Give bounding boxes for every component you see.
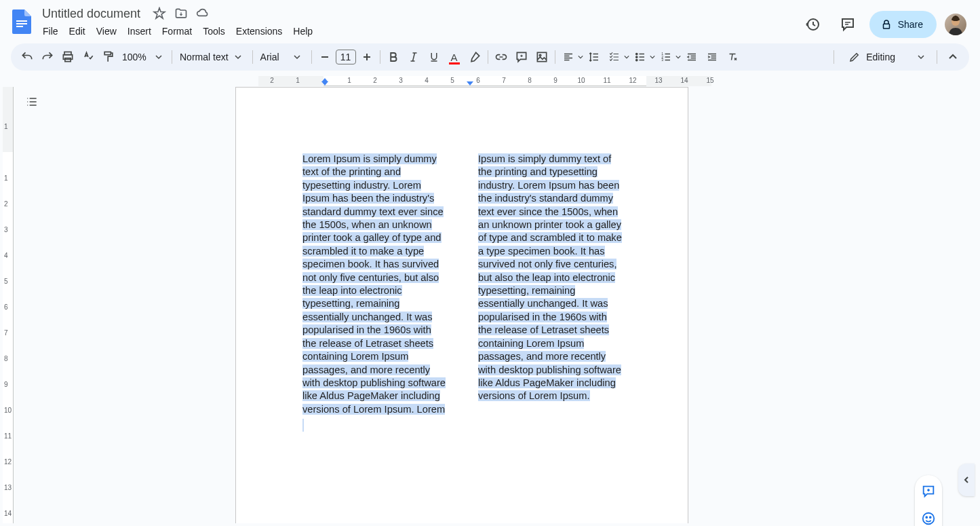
redo-button[interactable] <box>38 48 57 67</box>
menubar: File Edit View Insert Format Tools Exten… <box>38 22 799 41</box>
ruler-tick: 7 <box>502 77 506 84</box>
ruler-tick: 5 <box>4 278 8 285</box>
checklist-select[interactable] <box>605 48 629 67</box>
ruler-tick: 14 <box>680 77 688 84</box>
account-avatar[interactable] <box>945 14 966 35</box>
add-emoji-button[interactable] <box>915 505 942 526</box>
ruler-tick: 7 <box>4 329 8 337</box>
page-1[interactable]: Lorem Ipsum is simply dummy text of the … <box>235 87 688 523</box>
text-color-button[interactable]: A <box>445 48 464 67</box>
ruler-tick: 8 <box>528 77 532 84</box>
move-icon[interactable] <box>174 7 188 20</box>
paragraph-style-select[interactable]: Normal text <box>176 52 249 62</box>
svg-point-19 <box>926 516 927 518</box>
comment-actions-float <box>915 475 942 526</box>
comments-icon[interactable] <box>834 11 861 38</box>
chevron-down-icon <box>152 54 165 60</box>
font-size-input[interactable] <box>336 50 356 64</box>
chevron-down-icon <box>914 54 928 60</box>
ruler-tick: 14 <box>4 510 12 517</box>
ruler-tick: 2 <box>270 77 274 84</box>
svg-point-18 <box>923 513 935 525</box>
font-size-decrease[interactable] <box>315 48 334 67</box>
highlight-button[interactable] <box>465 48 484 67</box>
menu-format[interactable]: Format <box>157 24 197 38</box>
font-size-increase[interactable] <box>357 48 376 67</box>
menu-extensions[interactable]: Extensions <box>231 24 287 38</box>
version-history-icon[interactable] <box>799 11 826 38</box>
ruler-tick: 8 <box>4 355 8 362</box>
menu-tools[interactable]: Tools <box>198 24 230 38</box>
mode-label: Editing <box>866 52 895 62</box>
ruler-tick: 11 <box>603 77 610 84</box>
share-button[interactable]: Share <box>869 11 937 38</box>
vertical-ruler[interactable]: 112345678910111213141516 <box>3 87 14 523</box>
insert-image-button[interactable] <box>532 48 551 67</box>
body-col2-text: Ipsum is simply dummy text of the printi… <box>478 153 622 401</box>
outline-toggle-button[interactable] <box>21 91 43 113</box>
ruler-tick: 13 <box>4 484 12 491</box>
line-spacing-select[interactable] <box>585 48 604 67</box>
menu-help[interactable]: Help <box>288 24 317 38</box>
svg-rect-10 <box>537 52 546 61</box>
add-comment-button[interactable] <box>915 478 942 505</box>
document-title[interactable]: Untitled document <box>38 6 144 22</box>
cloud-status-icon[interactable] <box>196 7 210 20</box>
collapse-toolbar-button[interactable] <box>943 48 962 67</box>
ruler-tick: 1 <box>4 174 8 182</box>
insert-comment-button[interactable] <box>512 48 531 67</box>
star-icon[interactable] <box>153 7 166 20</box>
ruler-tick: 3 <box>4 226 8 233</box>
toolbar: 100% Normal text Arial A <box>11 43 969 71</box>
horizontal-ruler[interactable]: 21123456789101112131415 <box>26 76 965 87</box>
mode-select[interactable]: Editing <box>840 51 933 63</box>
ruler-tick: 12 <box>4 458 12 466</box>
left-indent-marker[interactable] <box>321 81 328 86</box>
align-select[interactable] <box>559 48 583 67</box>
right-indent-marker[interactable] <box>467 81 473 86</box>
indent-decrease-button[interactable] <box>682 48 701 67</box>
ruler-tick: 4 <box>4 252 8 259</box>
menu-view[interactable]: View <box>92 24 121 38</box>
chevron-down-icon <box>290 54 304 60</box>
undo-button[interactable] <box>18 48 37 67</box>
zoom-value: 100% <box>122 52 149 62</box>
italic-button[interactable] <box>404 48 423 67</box>
insert-link-button[interactable] <box>492 48 511 67</box>
font-select[interactable]: Arial <box>256 52 308 62</box>
style-value: Normal text <box>180 52 229 62</box>
ruler-tick: 13 <box>654 77 662 84</box>
menu-insert[interactable]: Insert <box>123 24 156 38</box>
chevron-down-icon <box>650 54 655 60</box>
document-scroll-area[interactable]: Lorem Ipsum is simply dummy text of the … <box>14 87 965 523</box>
indent-increase-button[interactable] <box>703 48 722 67</box>
zoom-select[interactable]: 100% <box>119 52 168 62</box>
menu-file[interactable]: File <box>38 24 63 38</box>
ruler-tick: 9 <box>553 77 557 84</box>
font-value: Arial <box>260 52 288 62</box>
ruler-tick: 9 <box>4 381 8 388</box>
ruler-tick: 11 <box>4 432 12 440</box>
paint-format-button[interactable] <box>99 48 118 67</box>
column-2[interactable]: Ipsum is simply dummy text of the printi… <box>478 153 623 432</box>
spellcheck-button[interactable] <box>79 48 98 67</box>
numbered-list-select[interactable]: 123 <box>656 48 681 67</box>
docs-app-icon[interactable] <box>8 8 35 35</box>
clear-formatting-button[interactable] <box>723 48 742 67</box>
svg-point-13 <box>635 56 637 58</box>
side-panel-toggle[interactable] <box>958 464 975 496</box>
bulleted-list-select[interactable] <box>631 48 655 67</box>
ruler-tick: 6 <box>4 303 8 311</box>
chevron-down-icon <box>624 54 629 60</box>
bold-button[interactable] <box>384 48 403 67</box>
ruler-tick: 10 <box>4 407 12 414</box>
underline-button[interactable] <box>425 48 444 67</box>
print-button[interactable] <box>58 48 77 67</box>
ruler-tick: 4 <box>425 77 429 84</box>
menu-edit[interactable]: Edit <box>64 24 90 38</box>
ruler-tick: 1 <box>4 123 8 130</box>
lock-icon <box>880 18 893 31</box>
ruler-tick: 15 <box>706 77 713 84</box>
ruler-tick: 5 <box>450 77 454 84</box>
column-1[interactable]: Lorem Ipsum is simply dummy text of the … <box>302 153 447 432</box>
